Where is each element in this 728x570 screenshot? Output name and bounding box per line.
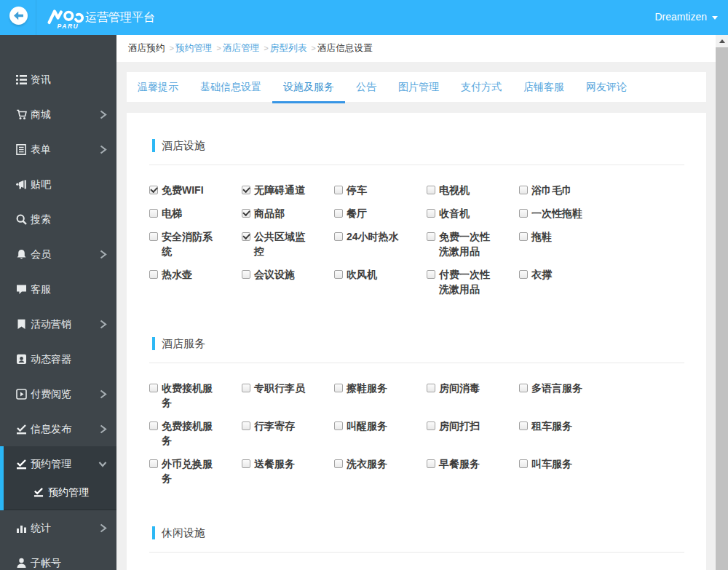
svg-text:PARU: PARU [58,23,79,30]
